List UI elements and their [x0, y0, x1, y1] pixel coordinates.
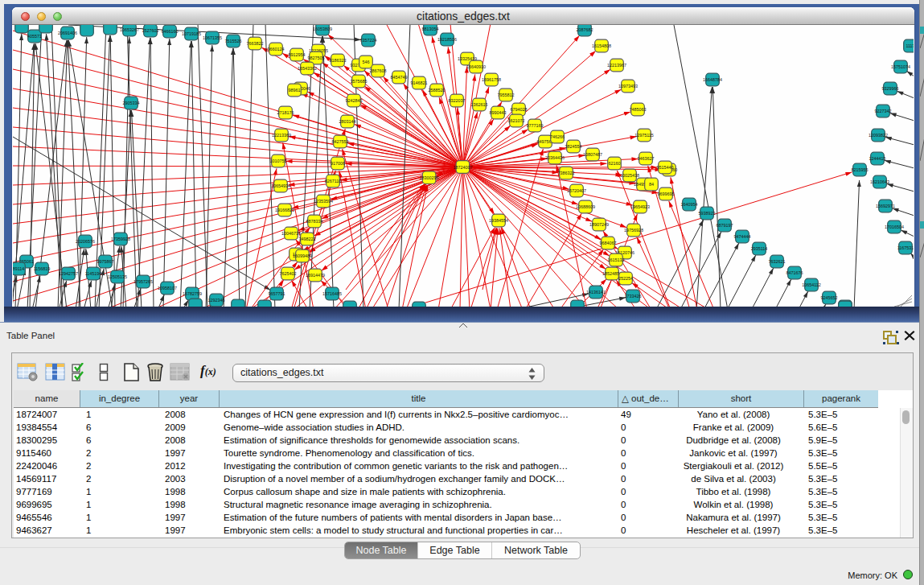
svg-text:10688609: 10688609 [576, 204, 595, 209]
svg-text:18724007: 18724007 [453, 165, 472, 170]
svg-text:9227342: 9227342 [875, 109, 892, 113]
svg-text:10654934: 10654934 [271, 183, 290, 188]
svg-text:8878334: 8878334 [306, 219, 323, 224]
svg-text:1145194: 1145194 [85, 271, 102, 276]
svg-text:8471676: 8471676 [786, 270, 803, 275]
svg-text:89114: 89114 [13, 266, 24, 271]
svg-text:12213369: 12213369 [272, 133, 291, 138]
svg-text:8322037: 8322037 [449, 98, 466, 103]
svg-text:7357224: 7357224 [360, 38, 377, 43]
svg-text:1156819: 1156819 [34, 266, 51, 271]
svg-text:7663822: 7663822 [247, 41, 264, 46]
svg-text:1117: 1117 [906, 43, 914, 48]
svg-text:1621072: 1621072 [508, 118, 525, 123]
svg-text:10807487: 10807487 [583, 152, 602, 157]
svg-text:546: 546 [363, 60, 370, 64]
svg-text:746266: 746266 [550, 134, 565, 139]
svg-text:20691406: 20691406 [58, 31, 77, 35]
svg-text:62160: 62160 [609, 161, 621, 166]
svg-text:16640910: 16640910 [466, 64, 486, 69]
svg-text:9777169: 9777169 [527, 123, 544, 128]
svg-text:17359928: 17359928 [111, 237, 130, 241]
svg-text:252254: 252254 [618, 276, 633, 281]
svg-text:16648784: 16648784 [703, 77, 722, 82]
svg-text:9827505: 9827505 [308, 56, 325, 60]
svg-text:2588520: 2588520 [429, 88, 446, 93]
svg-text:9515440: 9515440 [657, 165, 674, 170]
svg-text:1244415: 1244415 [869, 156, 886, 161]
svg-text:9660124: 9660124 [268, 47, 285, 51]
svg-text:3824554: 3824554 [565, 144, 582, 149]
svg-text:9329966: 9329966 [882, 86, 899, 91]
svg-text:16961758: 16961758 [482, 77, 501, 82]
svg-text:7485063: 7485063 [630, 107, 647, 112]
svg-text:6794028: 6794028 [511, 107, 528, 112]
svg-text:12213967: 12213967 [607, 63, 626, 68]
svg-text:9463627: 9463627 [638, 156, 655, 161]
svg-text:15751074: 15751074 [891, 64, 910, 69]
svg-text:16782759: 16782759 [183, 291, 202, 296]
svg-text:2087682: 2087682 [577, 27, 593, 32]
svg-text:1362615: 1362615 [471, 102, 488, 107]
svg-text:2867608: 2867608 [370, 68, 387, 73]
svg-text:12093822: 12093822 [869, 133, 888, 138]
svg-text:15692971: 15692971 [876, 204, 895, 208]
svg-text:12353594: 12353594 [314, 199, 333, 204]
svg-text:1010755: 1010755 [270, 159, 287, 163]
svg-text:9975867: 9975867 [97, 259, 114, 264]
svg-text:8267110: 8267110 [325, 179, 342, 183]
svg-text:8427552: 8427552 [332, 139, 349, 144]
svg-text:7386322: 7386322 [558, 171, 575, 175]
svg-text:3498222: 3498222 [299, 237, 316, 241]
svg-text:10025438: 10025438 [620, 173, 639, 178]
svg-text:12505135: 12505135 [108, 274, 127, 279]
svg-text:14136141: 14136141 [586, 290, 606, 295]
svg-text:98961: 98961 [289, 88, 301, 93]
svg-text:84: 84 [649, 182, 654, 187]
svg-text:9474444: 9474444 [734, 234, 751, 239]
svg-text:1292346: 1292346 [208, 298, 225, 303]
svg-text:10046736: 10046736 [281, 231, 301, 236]
svg-text:18907249: 18907249 [589, 222, 609, 227]
svg-text:19218506: 19218506 [437, 37, 457, 42]
svg-text:1640954: 1640954 [681, 202, 698, 207]
svg-text:10719185: 10719185 [182, 31, 201, 36]
svg-text:16099489: 16099489 [293, 253, 312, 258]
svg-text:1167531: 1167531 [897, 245, 914, 250]
svg-text:10671355: 10671355 [203, 35, 222, 40]
svg-text:3575685: 3575685 [351, 79, 368, 84]
svg-text:8186323: 8186323 [330, 58, 347, 63]
svg-text:2803144: 2803144 [339, 119, 356, 124]
svg-text:19384554: 19384554 [489, 218, 508, 223]
svg-text:2935114: 2935114 [751, 246, 768, 251]
svg-text:19756928: 19756928 [624, 228, 643, 233]
svg-text:9242843: 9242843 [346, 98, 363, 103]
svg-text:10973493: 10973493 [618, 84, 638, 89]
svg-text:6466160: 6466160 [162, 29, 179, 34]
svg-text:9245652: 9245652 [821, 295, 838, 300]
svg-text:12942757: 12942757 [59, 271, 78, 276]
svg-text:12975115: 12975115 [634, 133, 654, 138]
svg-text:18300295: 18300295 [420, 175, 439, 180]
svg-text:7955812: 7955812 [498, 93, 515, 97]
svg-text:20206576: 20206576 [76, 239, 95, 244]
svg-text:1733426: 1733426 [625, 294, 642, 299]
svg-text:16053809: 16053809 [313, 27, 332, 31]
svg-text:7632621: 7632621 [769, 259, 786, 264]
svg-text:16154808: 16154808 [592, 43, 611, 48]
svg-text:19166825: 19166825 [275, 208, 294, 212]
svg-text:16210643: 16210643 [870, 179, 889, 184]
svg-text:7625402: 7625402 [280, 271, 297, 276]
svg-text:5938923: 5938923 [699, 211, 716, 216]
svg-text:8454749: 8454749 [391, 75, 408, 80]
svg-text:9657791: 9657791 [269, 291, 285, 296]
svg-text:16914479: 16914479 [306, 273, 325, 278]
svg-text:9684067: 9684067 [600, 241, 617, 245]
svg-text:10653267: 10653267 [120, 27, 139, 32]
svg-text:17016504: 17016504 [885, 225, 904, 229]
svg-text:16543362: 16543362 [298, 66, 317, 71]
svg-text:10958107: 10958107 [158, 286, 177, 290]
svg-text:9146821: 9146821 [411, 80, 428, 85]
svg-text:2905334: 2905334 [123, 101, 140, 105]
svg-text:8215955: 8215955 [852, 167, 869, 172]
